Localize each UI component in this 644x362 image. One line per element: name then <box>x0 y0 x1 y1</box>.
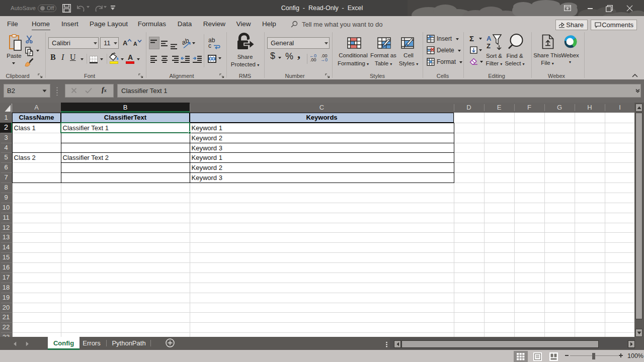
svg-text:A: A <box>487 35 492 42</box>
svg-text:→0: →0 <box>320 57 328 61</box>
svg-text:Z: Z <box>487 42 491 50</box>
svg-text:.00: .00 <box>310 57 316 61</box>
